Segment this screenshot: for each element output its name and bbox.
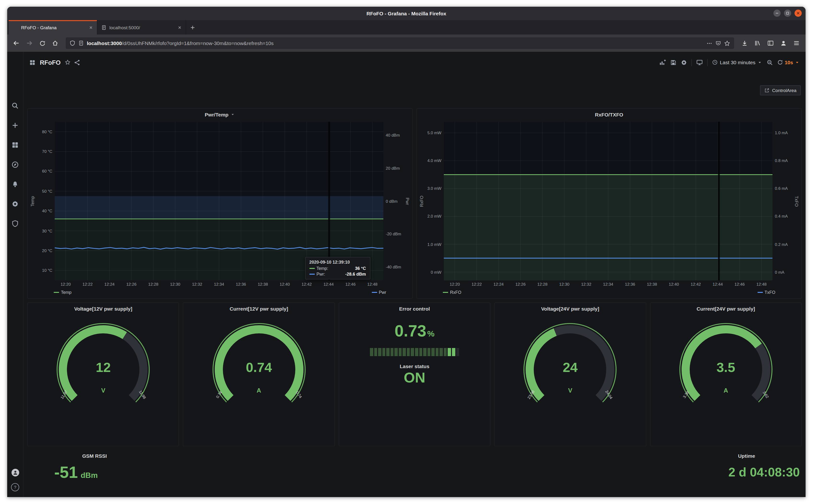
window-close-button[interactable]: [795, 10, 802, 17]
tab-close-icon[interactable]: [89, 25, 93, 29]
dashboards-icon[interactable]: [12, 141, 19, 149]
gauge-current-24v: 3.5 A 3.38 3.62: [676, 321, 776, 419]
lcd-cell: [403, 348, 406, 356]
ytick: 0.2 mA: [775, 242, 788, 247]
xtick: 12:48: [756, 282, 767, 287]
tooltip-row: Temp: 36 °C: [309, 266, 366, 271]
control-area-button[interactable]: ControlArea: [760, 85, 801, 95]
ytick: 0 mA: [775, 270, 784, 274]
refresh-picker[interactable]: 10s: [778, 59, 800, 65]
screenshot-root: RFoFO - Grafana - Mozilla Firefox RFoFO …: [0, 0, 813, 504]
ytick: 0.4 mA: [775, 214, 788, 219]
page-actions-ellipsis-icon[interactable]: [706, 40, 713, 46]
panel-title[interactable]: Pwr/Temp: [28, 109, 412, 120]
graphs-row: Pwr/Temp Temp 80 °C70 °C60 °C50 °C40 °C3…: [27, 108, 802, 299]
panel-title[interactable]: Voltage[12V pwr supply]: [74, 303, 132, 314]
plot-area[interactable]: 2020-09-10 12:39:10 Temp: 36 °C Pwr:: [55, 122, 383, 280]
url-bar[interactable]: localhost:3000/d/0ssUhFNMk/rfofo?orgId=1…: [66, 37, 734, 49]
help-icon[interactable]: ?: [11, 483, 19, 491]
panel-title[interactable]: RxFO/TXFO: [417, 109, 801, 120]
bookmark-star-icon[interactable]: [724, 40, 730, 46]
tracking-shield-icon[interactable]: [70, 40, 75, 46]
ytick: 1.0 mA: [775, 130, 788, 135]
search-icon[interactable]: [12, 102, 19, 109]
xtick: 12:22: [82, 282, 93, 287]
xtick: 12:30: [170, 282, 180, 287]
configuration-gear-icon[interactable]: [12, 200, 19, 208]
save-dashboard-icon[interactable]: [671, 59, 677, 65]
legend-item-temp[interactable]: Temp: [54, 290, 71, 295]
panel-pwr-temp: Pwr/Temp Temp 80 °C70 °C60 °C50 °C40 °C3…: [27, 108, 413, 299]
plot-area[interactable]: [444, 122, 772, 280]
lcd-cell: [399, 348, 402, 356]
panel-title[interactable]: Uptime: [691, 450, 802, 461]
reload-button[interactable]: [37, 38, 47, 48]
page-info-icon[interactable]: [78, 40, 84, 46]
user-avatar[interactable]: [11, 469, 19, 476]
series-dash: [372, 292, 377, 293]
tv-mode-icon[interactable]: [697, 59, 703, 66]
home-button[interactable]: [50, 38, 60, 48]
favorite-star-icon[interactable]: [65, 59, 71, 65]
tab-close-icon[interactable]: [177, 25, 182, 29]
panel-title[interactable]: Current[24V pwr supply]: [697, 303, 755, 314]
xtick: 12:30: [559, 282, 569, 287]
dashboard-settings-gear-icon[interactable]: [681, 59, 687, 65]
downloads-button[interactable]: [739, 38, 750, 48]
legend-item-pwr[interactable]: Pwr: [372, 290, 386, 295]
dashboards-grid-icon[interactable]: [29, 59, 35, 65]
zoom-out-icon[interactable]: [767, 59, 773, 65]
xtick: 12:32: [192, 282, 202, 287]
panel-title[interactable]: Voltage[24V pwr supply]: [541, 303, 599, 314]
control-area-label: ControlArea: [772, 87, 796, 93]
sidebars-button[interactable]: [765, 38, 776, 48]
window-maximize-button[interactable]: [784, 10, 791, 17]
panel-title[interactable]: Error control: [399, 303, 430, 314]
xtick: 12:42: [302, 282, 312, 287]
grafana-logo[interactable]: [10, 58, 20, 68]
pocket-icon[interactable]: [715, 40, 721, 46]
account-button[interactable]: [778, 38, 789, 48]
back-button[interactable]: [11, 38, 22, 48]
share-icon[interactable]: [74, 59, 80, 65]
xtick: 12:44: [323, 282, 334, 287]
add-panel-icon[interactable]: [660, 59, 666, 66]
forward-button[interactable]: [24, 38, 35, 48]
gauges-row: Voltage[12V pwr supply] 12 V 11.97 11.98…: [27, 302, 802, 446]
window-minimize-button[interactable]: [773, 10, 781, 17]
legend-item-rxfo[interactable]: RxFO: [443, 290, 461, 295]
lcd-cell: [374, 348, 377, 356]
panel-title[interactable]: GSM RSSI: [27, 450, 162, 461]
create-plus-icon[interactable]: [12, 122, 19, 129]
y-axis-ticks-left: 80 °C70 °C60 °C50 °C40 °C30 °C20 °C10 °C: [35, 122, 55, 280]
xtick: 12:24: [493, 282, 504, 287]
xtick: 12:34: [214, 282, 224, 287]
lcd-cell: [419, 348, 422, 356]
window-controls: [773, 10, 802, 17]
server-admin-shield-icon[interactable]: [12, 220, 19, 227]
y-axis-ticks-left: 5.0 mW4.0 mW3.0 mW2.0 mW1.0 mW0 mW: [425, 122, 444, 280]
legend-item-txfo[interactable]: TxFO: [757, 290, 775, 295]
alerting-bell-icon[interactable]: [12, 181, 19, 188]
lcd-cell: [370, 348, 373, 356]
ytick: 20 dBm: [386, 166, 400, 170]
xtick: 12:24: [104, 282, 115, 287]
url-path: /d/0ssUhFNMk/rfofo?orgId=1&from=now-30m&…: [122, 40, 274, 46]
menu-button[interactable]: [791, 38, 802, 48]
xtick: 12:42: [691, 282, 701, 287]
time-range-picker[interactable]: Last 30 minutes: [712, 59, 763, 65]
url-text[interactable]: localhost:3000/d/0ssUhFNMk/rfofo?orgId=1…: [87, 40, 703, 46]
panel-title[interactable]: Current[12V pwr supply]: [230, 303, 288, 314]
tab-grafana[interactable]: RFoFO - Grafana: [9, 20, 97, 35]
url-domain: localhost:3000: [87, 40, 122, 46]
gsm-rssi-value: -51 dBm: [27, 463, 162, 482]
new-tab-button[interactable]: [186, 20, 198, 35]
tooltip-label: Pwr:: [316, 272, 325, 277]
library-button[interactable]: [752, 38, 763, 48]
explore-compass-icon[interactable]: [12, 161, 19, 168]
y-axis-ticks-right: 1.0 mA0.8 mA0.6 mA0.4 mA0.2 mA0 mA: [772, 122, 794, 280]
xtick: 12:28: [148, 282, 158, 287]
tab-localhost-5000[interactable]: localhost:5000/: [97, 20, 186, 35]
error-control-value: 0.73 %: [395, 322, 435, 340]
dashboard-title[interactable]: RFoFO: [40, 59, 61, 66]
